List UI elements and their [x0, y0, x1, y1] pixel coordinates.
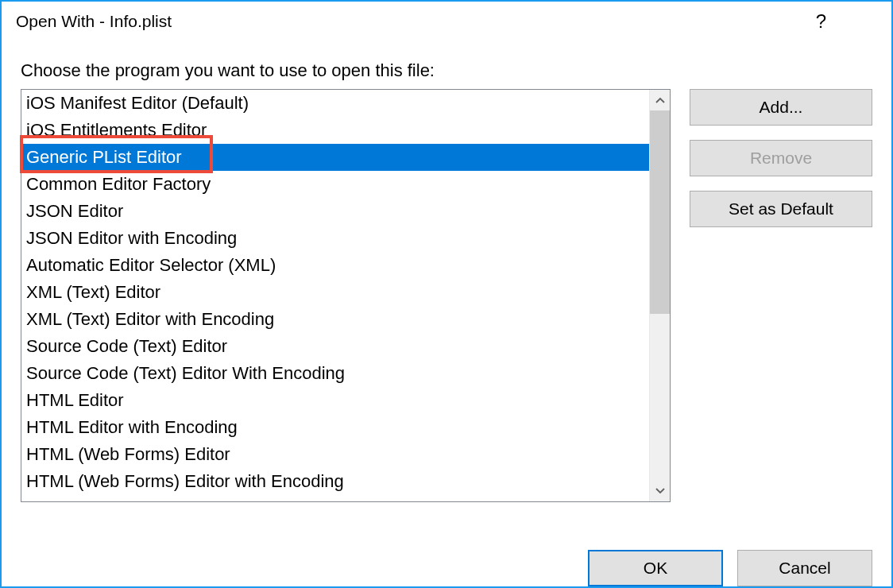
- main-row: iOS Manifest Editor (Default)iOS Entitle…: [21, 89, 872, 502]
- list-item[interactable]: HTML Editor: [21, 387, 649, 414]
- program-listbox[interactable]: iOS Manifest Editor (Default)iOS Entitle…: [21, 90, 649, 501]
- list-item[interactable]: XML (Text) Editor: [21, 279, 649, 306]
- scrollbar[interactable]: [649, 90, 670, 501]
- close-icon[interactable]: [855, 12, 874, 31]
- cancel-button[interactable]: Cancel: [737, 550, 872, 586]
- instruction-label: Choose the program you want to use to op…: [21, 60, 872, 81]
- list-item[interactable]: JSON Editor with Encoding: [21, 225, 649, 252]
- open-with-dialog: Open With - Info.plist ? Choose the prog…: [0, 0, 893, 588]
- list-item[interactable]: HTML Editor with Encoding: [21, 414, 649, 441]
- set-default-button[interactable]: Set as Default: [690, 191, 872, 227]
- list-item[interactable]: Common Editor Factory: [21, 171, 649, 198]
- add-button[interactable]: Add...: [690, 89, 872, 126]
- scroll-up-icon[interactable]: [650, 90, 670, 110]
- list-item[interactable]: Source Code (Text) Editor With Encoding: [21, 360, 649, 387]
- help-icon[interactable]: ?: [806, 7, 836, 36]
- side-buttons: Add... Remove Set as Default: [690, 89, 872, 502]
- list-item[interactable]: Source Code (Text) Editor: [21, 333, 649, 360]
- list-item[interactable]: iOS Manifest Editor (Default): [21, 90, 649, 117]
- list-item[interactable]: XML (Text) Editor with Encoding: [21, 306, 649, 333]
- remove-button[interactable]: Remove: [690, 140, 872, 176]
- list-item[interactable]: CSS Editor: [21, 495, 649, 501]
- scroll-thumb[interactable]: [650, 110, 670, 314]
- scroll-track[interactable]: [650, 110, 670, 481]
- titlebar-controls: ?: [806, 7, 888, 36]
- list-item[interactable]: Generic PList Editor: [21, 144, 649, 171]
- dialog-bottom-buttons: OK Cancel: [2, 528, 891, 586]
- dialog-content: Choose the program you want to use to op…: [2, 41, 891, 528]
- scroll-down-icon[interactable]: [650, 481, 670, 501]
- dialog-title: Open With - Info.plist: [16, 12, 806, 31]
- ok-button[interactable]: OK: [588, 550, 723, 586]
- list-item[interactable]: HTML (Web Forms) Editor: [21, 441, 649, 468]
- list-item[interactable]: Automatic Editor Selector (XML): [21, 252, 649, 279]
- list-item[interactable]: JSON Editor: [21, 198, 649, 225]
- program-listbox-container: iOS Manifest Editor (Default)iOS Entitle…: [21, 89, 671, 502]
- titlebar: Open With - Info.plist ?: [2, 2, 891, 41]
- list-item[interactable]: iOS Entitlements Editor: [21, 117, 649, 144]
- list-item[interactable]: HTML (Web Forms) Editor with Encoding: [21, 468, 649, 495]
